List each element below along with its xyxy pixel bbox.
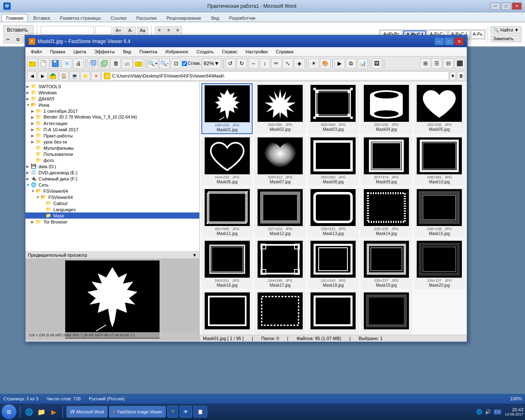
tab-insert[interactable]: Вставка (29, 14, 55, 22)
tb-resize[interactable]: ⤡ (283, 58, 293, 69)
word-maximize-button[interactable]: □ (501, 2, 511, 10)
tb-wallpaper[interactable]: 🖼 (372, 58, 382, 69)
font-name-input[interactable]: Times New Roman (41, 26, 94, 35)
fsviewer-close-button[interactable]: ✕ (454, 38, 463, 45)
tree-item-usb-f[interactable]: ▶ 🔌 Съёмный диск (F:) (25, 176, 199, 182)
style-more[interactable]: А-Рь (471, 30, 485, 39)
menu-create[interactable]: Создать (193, 48, 217, 55)
word-close-button[interactable]: ✕ (512, 2, 522, 10)
tab-review[interactable]: Рецензирование (162, 14, 206, 22)
thumb-mask07[interactable]: 329×313 JPG Mask07.jpg (254, 136, 306, 186)
thumb-mask04[interactable]: 250×250 JPG Mask04.jpg (361, 83, 412, 134)
tb-list-view[interactable]: ☰ (431, 58, 442, 69)
font-grow-button[interactable]: A+ (113, 27, 124, 34)
menu-effects[interactable]: Эффекты (91, 48, 119, 55)
thumb-mask13[interactable]: 236×231 JPG Mask13.jpg (308, 187, 359, 237)
thumb-mask24[interactable] (361, 291, 412, 335)
nav-back[interactable]: ◀ (27, 71, 37, 80)
nav-favorites[interactable]: ⭐ (80, 71, 90, 80)
tb-rotate-left[interactable]: ↺ (225, 58, 236, 69)
clear-format-button[interactable]: Aa (137, 27, 148, 34)
tree-item-urok[interactable]: ▶ 📁 урок без-ти (25, 139, 199, 145)
thumb-mask05[interactable]: 250×206 JPG Mask05.jpg (414, 83, 465, 134)
taskbar-ie-icon[interactable]: 🌐 (24, 406, 34, 417)
menu-edit[interactable]: Правка (46, 48, 69, 55)
thumb-mask19[interactable]: 235×237 JPG Mask19.jpg (361, 239, 412, 289)
thumb-mask02[interactable]: 250×250 JPG Mask02.jpg (254, 83, 306, 134)
tb-brightness[interactable]: ☀ (308, 58, 319, 69)
align-center-button[interactable]: ≡ (164, 26, 173, 34)
tree-item-attest[interactable]: ▶ 📁 Аттестация (25, 120, 199, 126)
tb-save[interactable] (50, 58, 61, 69)
thumb-mask22[interactable] (254, 291, 306, 335)
path-dropdown[interactable]: ▼ (450, 71, 456, 80)
tree-item-mask[interactable]: 📁 Mask (25, 212, 199, 219)
tree-item-blender[interactable]: ▶ 📁 Blender 3D 2.78 Windows Vista_7_8_10… (25, 114, 199, 120)
tab-page-layout[interactable]: Разметка страницы (55, 14, 105, 22)
taskbar-mediaplayer-icon[interactable]: ▶ (48, 406, 59, 417)
taskbar-fsviewer-item[interactable]: F FastStone Image Viewer (109, 406, 166, 418)
tb-crop[interactable]: ✂ (271, 58, 282, 69)
fsviewer-maximize-button[interactable]: □ (445, 38, 454, 45)
tree-item-danil[interactable]: ▶ 📁 ДАНИЛ (25, 96, 199, 102)
tb-flip-v[interactable]: ↕ (260, 58, 270, 69)
menu-settings[interactable]: Настройки (242, 48, 272, 55)
taskbar-word-item[interactable]: W Microsoft Word (66, 406, 107, 418)
tree-item-mult[interactable]: 📁 Мультфильмы (25, 145, 199, 151)
align-left-button[interactable]: ≡ (155, 26, 163, 34)
nav-up[interactable] (48, 71, 58, 80)
font-shrink-button[interactable]: A- (126, 27, 136, 34)
menu-mark[interactable]: Пометка (136, 48, 161, 55)
tb-thumbnail-view[interactable]: ⊞ (420, 58, 431, 69)
tree-item-windows[interactable]: ▶ 📁 Windows (25, 89, 199, 96)
tb-delete[interactable]: 🗑 (110, 58, 121, 69)
menu-colors[interactable]: Цвета (70, 48, 90, 55)
thumb-mask20[interactable]: 239×237 JPG Mask20.jpg (414, 239, 465, 289)
thumb-mask14[interactable]: 235×230 JPG Mask14.jpg (361, 187, 412, 237)
thumb-mask23[interactable] (308, 291, 359, 335)
tb-full-view[interactable]: ⬛ (454, 58, 465, 69)
tree-item-pa10[interactable]: ▶ 📁 П-А 10-май 2017 (25, 126, 199, 132)
tb-new-folder[interactable]: + (133, 58, 144, 69)
tab-home[interactable]: Главная (2, 14, 28, 22)
tree-item-languages[interactable]: 📁 Languages (25, 206, 199, 212)
tb-fit-window[interactable]: ⊡ (171, 58, 181, 69)
tb-compare[interactable]: ⧉ (346, 58, 356, 69)
tab-references[interactable]: Ссылки (106, 14, 131, 22)
thumb-mask16[interactable]: 240×241 JPG Mask16.jpg (201, 239, 253, 289)
thumb-mask06[interactable]: 244×233 JPG Mask06.jpg (201, 136, 253, 186)
tree-item-data-d[interactable]: ▶ 💾 data (D:) (25, 163, 199, 169)
tree-item-foto[interactable]: 📁 фото (25, 157, 199, 163)
tb-email[interactable]: 📧 (62, 58, 72, 69)
tb-open-folder[interactable] (27, 58, 38, 69)
tb-print[interactable]: 🖨 (73, 58, 84, 69)
tree-item-dvd-e[interactable]: ▶ 💿 DVD-дисковод (E:) (25, 169, 199, 176)
align-right-button[interactable]: ≡ (173, 26, 182, 34)
tb-zoom-val[interactable]: 92%▼ (202, 58, 221, 69)
copy-button[interactable]: ⧉ (14, 36, 23, 43)
thumb-mask15[interactable]: 246×238 JPG Mask15.jpg (414, 187, 465, 237)
replace-button[interactable]: Заменить (491, 35, 522, 42)
tb-histogram[interactable]: 📊 (357, 58, 368, 69)
tree-item-callout[interactable]: 📁 Callout (25, 200, 199, 206)
tb-sharpen[interactable]: ◈ (294, 58, 305, 69)
word-minimize-button[interactable]: ─ (491, 2, 500, 10)
font-size-input[interactable]: 12 (95, 26, 112, 35)
thumb-mask18[interactable]: 241×243 JPG Mask18.jpg (308, 239, 359, 289)
menu-favorites[interactable]: Избранное (162, 48, 192, 55)
thumb-mask12[interactable]: 227×224 JPG Mask12.jpg (254, 187, 306, 237)
tree-item-fsviewer64-sub[interactable]: ▼ 📂 FSViewer64 (25, 194, 199, 200)
tab-developer[interactable]: Разработчик (225, 14, 260, 22)
tree-item-sep2017[interactable]: ▶ 📁 1 сентября 2017 (25, 108, 199, 114)
tb-color[interactable]: 🎨 (320, 58, 331, 69)
thumb-mask17[interactable]: 244×246 JPG Mask17.jpg (254, 239, 306, 289)
tb-copy-to[interactable] (87, 58, 98, 69)
tb-move-to[interactable] (99, 58, 110, 69)
taskbar-explorer-icon[interactable]: 📁 (36, 406, 47, 417)
nav-stop[interactable]: ✕ (91, 71, 101, 80)
path-clear[interactable]: 🗑 (457, 71, 465, 80)
tb-flip-h[interactable]: ↔ (248, 58, 259, 69)
thumb-mask21[interactable] (201, 291, 253, 335)
tree-item-network[interactable]: ▼ 🌐 Сеть (25, 182, 199, 188)
paste-button[interactable]: Вставить (3, 25, 34, 35)
